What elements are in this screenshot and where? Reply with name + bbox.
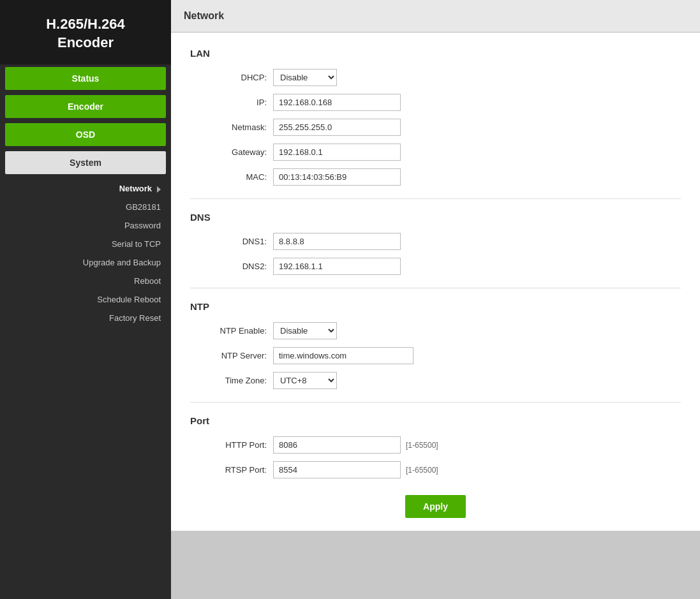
dns2-row: DNS2: — [190, 258, 681, 275]
dhcp-label: DHCP: — [190, 73, 273, 82]
timezone-label: Time Zone: — [190, 376, 273, 385]
ip-row: IP: — [190, 94, 681, 111]
dns2-input[interactable] — [273, 258, 401, 275]
port-section: Port HTTP Port: [1-65500] RTSP Port: [1-… — [190, 415, 681, 518]
logo-line2: Encoder — [57, 34, 114, 50]
ntp-server-row: NTP Server: — [190, 347, 681, 364]
dns1-label: DNS1: — [190, 237, 273, 246]
mac-label: MAC: — [190, 172, 273, 182]
gateway-input[interactable] — [273, 144, 401, 161]
apply-button[interactable]: Apply — [405, 495, 466, 518]
dhcp-select[interactable]: Disable Enable — [273, 69, 337, 86]
sidebar-item-schedule-reboot[interactable]: Schedule Reboot — [0, 290, 171, 309]
dns-title: DNS — [190, 212, 681, 223]
sidebar-item-password[interactable]: Password — [0, 216, 171, 235]
ntp-server-label: NTP Server: — [190, 351, 273, 360]
netmask-label: Netmask: — [190, 122, 273, 132]
sidebar-btn-status[interactable]: Status — [5, 67, 166, 90]
divider-ntp-port — [190, 402, 681, 403]
sidebar-item-factory-reset[interactable]: Factory Reset — [0, 309, 171, 327]
ntp-server-input[interactable] — [273, 347, 413, 364]
ntp-enable-label: NTP Enable: — [190, 326, 273, 336]
page-title: Network — [184, 10, 224, 21]
sidebar-btn-osd[interactable]: OSD — [5, 123, 166, 146]
rtsp-port-hint: [1-65500] — [406, 466, 438, 475]
main-content: Network LAN DHCP: Disable Enable IP: Net… — [171, 0, 700, 599]
mac-input[interactable] — [273, 168, 401, 186]
mac-row: MAC: — [190, 168, 681, 186]
sidebar-btn-encoder[interactable]: Encoder — [5, 95, 166, 118]
rtsp-port-label: RTSP Port: — [190, 465, 273, 475]
rtsp-port-row: RTSP Port: [1-65500] — [190, 461, 681, 478]
timezone-row: Time Zone: UTC-12UTC-11UTC-10 UTC-9UTC-8… — [190, 372, 681, 389]
page-header: Network — [171, 0, 700, 33]
lan-title: LAN — [190, 48, 681, 59]
ntp-enable-row: NTP Enable: Disable Enable — [190, 322, 681, 339]
gateway-label: Gateway: — [190, 147, 273, 157]
sidebar-btn-system[interactable]: System — [5, 151, 166, 174]
netmask-row: Netmask: — [190, 119, 681, 136]
http-port-row: HTTP Port: [1-65500] — [190, 436, 681, 454]
lan-section: LAN DHCP: Disable Enable IP: Netmask: Ga… — [190, 48, 681, 186]
divider-dns-ntp — [190, 288, 681, 288]
ntp-title: NTP — [190, 301, 681, 312]
ntp-section: NTP NTP Enable: Disable Enable NTP Serve… — [190, 301, 681, 389]
ip-input[interactable] — [273, 94, 401, 111]
content-area: LAN DHCP: Disable Enable IP: Netmask: Ga… — [171, 33, 700, 531]
rtsp-port-input[interactable] — [273, 461, 401, 478]
sidebar-item-gb28181[interactable]: GB28181 — [0, 198, 171, 216]
divider-lan-dns — [190, 198, 681, 199]
gateway-row: Gateway: — [190, 144, 681, 161]
http-port-label: HTTP Port: — [190, 440, 273, 450]
apply-row: Apply — [190, 489, 681, 518]
sidebar-item-upgrade-backup[interactable]: Upgrade and Backup — [0, 253, 171, 272]
sidebar-item-reboot[interactable]: Reboot — [0, 272, 171, 290]
dns1-input[interactable] — [273, 233, 401, 250]
dns2-label: DNS2: — [190, 262, 273, 271]
ip-label: IP: — [190, 98, 273, 107]
http-port-hint: [1-65500] — [406, 441, 438, 450]
dns-section: DNS DNS1: DNS2: — [190, 212, 681, 275]
dns1-row: DNS1: — [190, 233, 681, 250]
logo-line1: H.265/H.264 — [46, 16, 125, 32]
dhcp-row: DHCP: Disable Enable — [190, 69, 681, 86]
http-port-input[interactable] — [273, 436, 401, 454]
sidebar-item-network[interactable]: Network — [0, 179, 171, 198]
ntp-enable-select[interactable]: Disable Enable — [273, 322, 337, 339]
port-title: Port — [190, 415, 681, 426]
sidebar: H.265/H.264 Encoder Status Encoder OSD S… — [0, 0, 171, 599]
app-logo: H.265/H.264 Encoder — [0, 0, 171, 64]
sidebar-submenu: Network GB28181 Password Serial to TCP U… — [0, 179, 171, 327]
sidebar-item-serial-to-tcp[interactable]: Serial to TCP — [0, 235, 171, 253]
netmask-input[interactable] — [273, 119, 401, 136]
timezone-select[interactable]: UTC-12UTC-11UTC-10 UTC-9UTC-8UTC-7 UTC-6… — [273, 372, 337, 389]
